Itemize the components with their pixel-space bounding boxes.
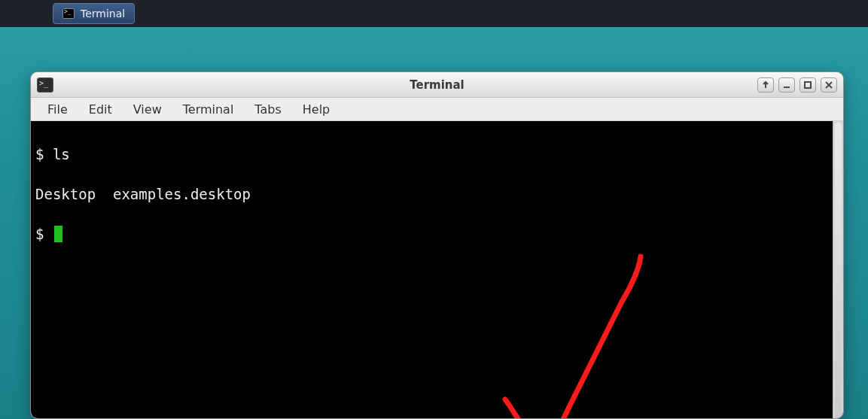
terminal-window: Terminal File Edit View Terminal Tabs He… (30, 71, 844, 419)
maximize-button[interactable] (799, 77, 816, 93)
taskbar: Terminal (0, 0, 868, 27)
menu-terminal[interactable]: Terminal (174, 99, 243, 120)
menu-file[interactable]: File (38, 99, 77, 120)
shade-button[interactable] (757, 77, 774, 93)
menubar: File Edit View Terminal Tabs Help (31, 98, 843, 121)
terminal-content[interactable]: $ ls Desktop examples.desktop $ (31, 121, 833, 418)
terminal-line: Desktop examples.desktop (35, 184, 828, 205)
close-icon (824, 80, 833, 90)
menu-tabs[interactable]: Tabs (245, 99, 290, 120)
taskbar-item-terminal[interactable]: Terminal (53, 3, 135, 24)
checkmark-annotation-icon (483, 241, 678, 419)
terminal-line: $ ls (35, 144, 828, 165)
maximize-icon (803, 80, 812, 90)
terminal-prompt-line: $ (35, 224, 828, 244)
close-button[interactable] (821, 77, 837, 93)
titlebar[interactable]: Terminal (31, 72, 843, 98)
terminal-icon (37, 77, 53, 93)
window-controls (757, 77, 837, 93)
svg-rect-1 (805, 82, 811, 88)
scrollbar-thumb[interactable] (835, 123, 842, 419)
terminal-icon (62, 8, 75, 19)
scrollbar[interactable] (833, 121, 843, 418)
terminal-cursor (54, 226, 62, 242)
minimize-button[interactable] (778, 77, 795, 93)
menu-help[interactable]: Help (294, 99, 339, 120)
menu-view[interactable]: View (124, 99, 171, 120)
terminal-body: $ ls Desktop examples.desktop $ (31, 121, 843, 418)
minimize-icon (782, 80, 791, 90)
terminal-prompt: $ (35, 226, 53, 242)
window-title: Terminal (31, 78, 843, 92)
menu-edit[interactable]: Edit (80, 99, 121, 120)
shade-icon (761, 80, 770, 90)
taskbar-item-label: Terminal (81, 8, 125, 20)
